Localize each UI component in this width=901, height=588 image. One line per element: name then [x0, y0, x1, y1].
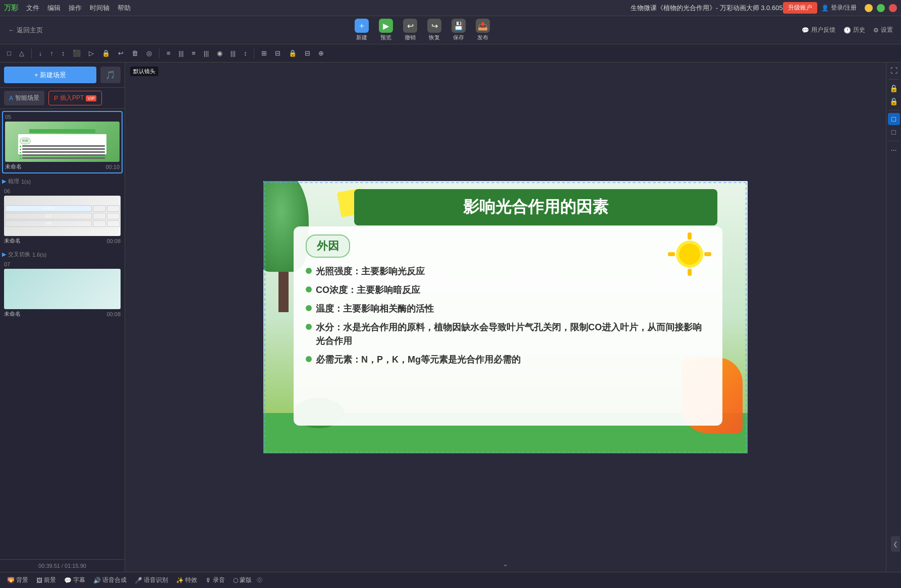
canvas-label: 默认镜头	[130, 67, 158, 76]
slide-thumb-06: CO₂浓度 温度 光照	[4, 196, 121, 236]
publish-tool[interactable]: 📤 发布	[476, 19, 490, 41]
sun-ray-bottom	[688, 269, 692, 276]
history-btn[interactable]: 🕐 历史	[843, 26, 865, 34]
toggle-right-panel[interactable]: ❮	[891, 536, 900, 552]
undo-tool[interactable]: ↩ 撤销	[403, 19, 417, 41]
menu-edit[interactable]: 编辑	[47, 4, 61, 13]
bg-btn[interactable]: 🌄 背景	[4, 574, 31, 586]
more-right-btn[interactable]: ···	[888, 144, 900, 156]
format-align-b[interactable]: ↕	[241, 48, 250, 58]
feedback-btn[interactable]: 💬 用户反馈	[802, 26, 835, 34]
lock-right-btn-1[interactable]: 🔒	[888, 82, 900, 94]
save-tool[interactable]: 💾 保存	[452, 19, 466, 41]
format-align-up[interactable]: ↑	[47, 48, 57, 58]
format-zoom-out[interactable]: ⊟	[272, 48, 284, 58]
thumb-bullet-2	[20, 148, 105, 150]
format-dist-v[interactable]: |||	[228, 48, 239, 58]
mask-btn[interactable]: ⬡ 蒙版	[230, 574, 255, 586]
thumb-bullet-5	[20, 157, 105, 159]
slide-canvas[interactable]: 影响光合作用的因素 外因 光照强度：主要影响光反应 C	[263, 181, 748, 453]
format-align-r[interactable]: ≡	[189, 48, 199, 58]
maximize-button[interactable]	[877, 4, 885, 12]
thumb07-lines	[61, 280, 65, 298]
subtitle-btn[interactable]: 💬 字幕	[61, 574, 88, 586]
fullscreen-right-btn[interactable]: ⛶	[888, 65, 900, 77]
format-align-vert[interactable]: ↕	[59, 48, 68, 58]
insert-ppt-tab[interactable]: P 插入PPT VIP	[48, 91, 102, 105]
format-delete[interactable]: 🗑	[129, 48, 141, 58]
menu-help[interactable]: 帮助	[118, 4, 131, 13]
format-dist-h[interactable]: |||	[201, 48, 212, 58]
fx-btn[interactable]: ✨ 特效	[173, 574, 200, 586]
bullet-text-3: 温度：主要影响相关酶的活性	[316, 302, 434, 316]
asr-btn[interactable]: 🎤 语音识别	[132, 574, 171, 586]
menu-operate[interactable]: 操作	[69, 4, 82, 13]
bullet-3: 温度：主要影响相关酶的活性	[306, 302, 710, 316]
new-icon: ＋	[355, 19, 369, 33]
preview-tool[interactable]: ▶ 预览	[379, 19, 393, 41]
settings-btn[interactable]: ⚙ 设置	[873, 26, 893, 34]
collapse-arrow[interactable]: ⌄	[502, 560, 509, 568]
slide-item-06[interactable]: 06 CO₂浓度 温度 光照 未命名 00:08	[2, 186, 123, 247]
format-target[interactable]: ◎	[143, 48, 155, 58]
app-logo: 万彩	[4, 4, 18, 13]
tts-icon: 🔊	[93, 577, 101, 584]
layer-right-btn[interactable]: □	[888, 126, 900, 138]
content-box: 外因 光照强度：主要影响光反应 CO浓度：主要影响暗反应 温度：主要影响相关酶的…	[294, 226, 722, 426]
format-add[interactable]: ⊕	[315, 48, 327, 58]
slide-info-06: 未命名 00:08	[4, 237, 121, 245]
slide-item-05[interactable]: 05 外因	[2, 111, 123, 173]
format-align-c[interactable]: |||	[176, 48, 187, 58]
new-tool[interactable]: ＋ 新建	[355, 19, 369, 41]
music-button[interactable]: 🎵	[100, 67, 121, 83]
format-zoom-in[interactable]: ⊞	[258, 48, 270, 58]
right-side-panel: ⛶ 🔒 🔒 □ □ ··· ❮	[886, 63, 901, 572]
format-lock[interactable]: 🔒	[99, 48, 113, 58]
format-play[interactable]: ▷	[86, 48, 97, 58]
format-undo[interactable]: ↩	[115, 48, 127, 58]
bottom-controls: 🌄 背景 🖼 前景 💬 字幕 🔊 语音合成 🎤 语音识别 ✨ 特效 🎙 录音 ⬡	[0, 572, 901, 588]
rsp-sep-2	[889, 110, 899, 110]
redo-tool[interactable]: ↪ 恢复	[427, 19, 441, 41]
lock-right-btn-2[interactable]: 🔒	[888, 95, 900, 107]
format-align-l[interactable]: ≡	[163, 48, 174, 58]
canvas-wrapper-outer: 默认镜头	[125, 63, 901, 572]
minimize-button[interactable]	[865, 4, 873, 12]
bullet-dot-3	[306, 305, 312, 311]
login-button[interactable]: 👤 登录/注册	[821, 4, 857, 12]
view-right-btn[interactable]: □	[888, 113, 900, 125]
ai-scene-tab[interactable]: A 智能场景	[4, 91, 44, 105]
upgrade-button[interactable]: 升级账户	[783, 2, 817, 14]
format-copy[interactable]: ⊟	[302, 48, 313, 58]
format-lock2[interactable]: 🔒	[286, 48, 300, 58]
bullet-dot-1	[306, 268, 312, 274]
menu-file[interactable]: 文件	[26, 4, 39, 13]
thumb-bullet-1	[20, 145, 105, 147]
back-home[interactable]: ← 返回主页	[8, 26, 43, 35]
tree-trunk-left	[278, 272, 289, 312]
bullet-dot-2	[306, 286, 312, 292]
left-panel: + 新建场景 🎵 A 智能场景 P 插入PPT VIP 05	[0, 63, 125, 572]
rsp-sep-3	[889, 141, 899, 141]
menu-timeline[interactable]: 时间轴	[90, 4, 109, 13]
close-button[interactable]	[889, 4, 897, 12]
app-title: 生物微课《植物的光合作用》- 万彩动画大师 3.0.605	[631, 4, 783, 13]
tts-btn[interactable]: 🔊 语音合成	[90, 574, 130, 586]
format-fill[interactable]: ⬛	[70, 48, 84, 58]
fg-btn[interactable]: 🖼 前景	[33, 574, 59, 586]
slide-num-05: 05	[5, 114, 120, 120]
toolbar-right: 💬 用户反馈 🕐 历史 ⚙ 设置	[802, 26, 893, 34]
format-align-down[interactable]: ↓	[36, 48, 45, 58]
sun-ray-left	[668, 252, 675, 256]
fg-icon: 🖼	[36, 577, 42, 584]
format-home-btn[interactable]: △	[16, 48, 27, 58]
bullet-text-1: 光照强度：主要影响光反应	[316, 265, 425, 278]
record-btn[interactable]: 🎙 录音	[202, 574, 228, 586]
slide-item-07[interactable]: 07 未命名 00:08	[2, 259, 123, 320]
format-select-btn[interactable]: □	[4, 48, 14, 58]
menu-bar: 万彩 文件 编辑 操作 时间轴 帮助 生物微课《植物的光合作用》- 万彩动画大师…	[0, 0, 901, 16]
format-align-t[interactable]: ◉	[214, 48, 226, 58]
menu-items: 文件 编辑 操作 时间轴 帮助	[26, 4, 631, 13]
asr-icon: 🎤	[135, 577, 142, 584]
new-scene-button[interactable]: + 新建场景	[4, 67, 96, 83]
